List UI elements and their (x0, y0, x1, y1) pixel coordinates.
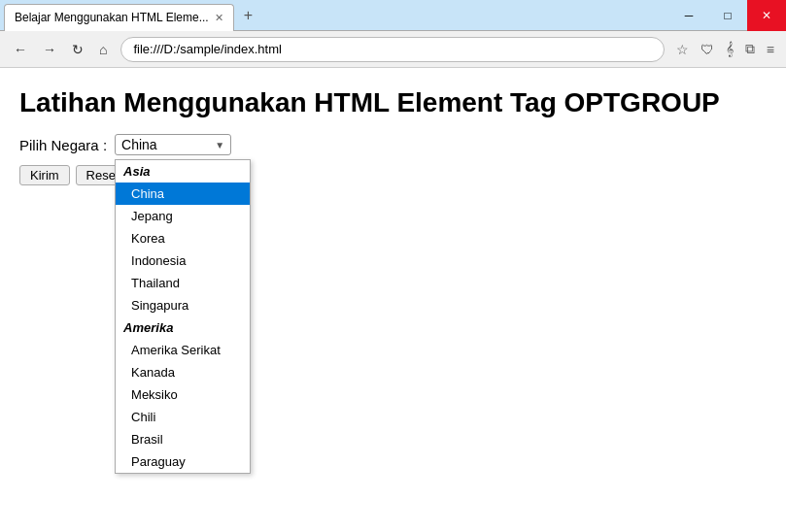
optgroup-label-amerika: Amerika (116, 316, 250, 339)
minimize-button[interactable]: ─ (669, 0, 708, 31)
shield-button[interactable]: 🛡 (697, 40, 718, 59)
option-singapura[interactable]: Singapura (116, 294, 250, 316)
new-tab-button[interactable]: + (238, 7, 258, 24)
option-brasil[interactable]: Brasil (116, 428, 250, 450)
address-bar[interactable] (120, 37, 664, 62)
chevron-down-icon: ▼ (215, 140, 224, 150)
option-korea[interactable]: Korea (116, 227, 250, 249)
option-chili[interactable]: Chili (116, 406, 250, 428)
option-meksiko[interactable]: Meksiko (116, 383, 250, 406)
window-controls: ─ □ ✕ (669, 0, 786, 30)
option-china[interactable]: China (116, 183, 250, 205)
home-button[interactable]: ⌂ (93, 38, 113, 61)
title-bar: Belajar Menggunakan HTML Eleme... ✕ + ─ … (0, 0, 786, 31)
country-select-closed[interactable]: China ▼ (115, 134, 231, 155)
close-button[interactable]: ✕ (747, 0, 786, 31)
option-amerika-serikat[interactable]: Amerika Serikat (116, 339, 250, 361)
dropdown-list[interactable]: Asia China Jepang Korea Indonesia Thaila… (115, 159, 251, 474)
optgroup-label-asia: Asia (116, 160, 250, 183)
browser-tab[interactable]: Belajar Menggunakan HTML Eleme... ✕ (4, 4, 234, 31)
tab-title: Belajar Menggunakan HTML Eleme... (15, 11, 209, 24)
form-row: Pilih Negara : China ▼ Asia China Jepang… (19, 134, 767, 155)
option-indonesia[interactable]: Indonesia (116, 249, 250, 272)
main-content: Latihan Menggunakan HTML Element Tag OPT… (0, 68, 786, 205)
split-button[interactable]: ⧉ (741, 39, 759, 59)
maximize-button[interactable]: □ (708, 0, 747, 31)
forward-button[interactable]: → (37, 38, 62, 61)
option-kanada[interactable]: Kanada (116, 361, 250, 383)
collections-button[interactable]: 𝄞 (722, 39, 737, 59)
form-label: Pilih Negara : (19, 134, 107, 153)
menu-button[interactable]: ≡ (763, 40, 778, 59)
page-title: Latihan Menggunakan HTML Element Tag OPT… (19, 87, 767, 118)
back-button[interactable]: ← (8, 38, 33, 61)
kirim-button[interactable]: Kirim (19, 165, 70, 185)
title-bar-left: Belajar Menggunakan HTML Eleme... ✕ + (0, 2, 669, 29)
star-button[interactable]: ☆ (672, 40, 693, 59)
option-paraguay[interactable]: Paraguay (116, 450, 250, 473)
option-thailand[interactable]: Thailand (116, 272, 250, 294)
refresh-button[interactable]: ↻ (66, 38, 89, 61)
option-jepang[interactable]: Jepang (116, 205, 250, 227)
tab-close-icon[interactable]: ✕ (215, 13, 223, 23)
nav-bar: ← → ↻ ⌂ ☆ 🛡 𝄞 ⧉ ≡ (0, 31, 786, 68)
select-wrapper: China ▼ Asia China Jepang Korea Indonesi… (115, 134, 231, 155)
selected-value-display: China (121, 137, 157, 152)
